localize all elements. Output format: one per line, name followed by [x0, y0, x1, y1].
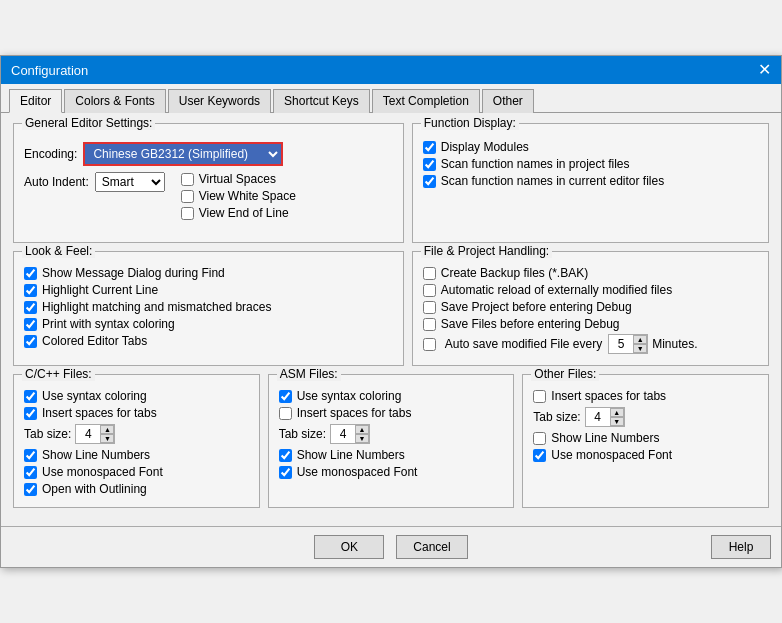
asm-spaces-row: Insert spaces for tabs: [279, 406, 504, 420]
view-white-space-checkbox[interactable]: [181, 190, 194, 203]
help-button[interactable]: Help: [711, 535, 771, 559]
asm-linenums-checkbox[interactable]: [279, 449, 292, 462]
options-checkboxes: Virtual Spaces View White Space View End…: [181, 172, 296, 223]
cpp-monospaced-checkbox[interactable]: [24, 466, 37, 479]
title-bar: Configuration ✕: [1, 56, 781, 84]
display-modules-checkbox[interactable]: [423, 141, 436, 154]
show-message-row: Show Message Dialog during Find: [24, 266, 393, 280]
look-feel-title: Look & Feel:: [22, 244, 95, 258]
ok-button[interactable]: OK: [314, 535, 384, 559]
asm-linenums-label: Show Line Numbers: [297, 448, 405, 462]
cpp-outlining-checkbox[interactable]: [24, 483, 37, 496]
asm-syntax-row: Use syntax coloring: [279, 389, 504, 403]
other-tabsize-input[interactable]: [586, 409, 610, 425]
other-tabsize-row: Tab size: ▲ ▼: [533, 407, 758, 427]
general-editor-section: General Editor Settings: Encoding: Chine…: [13, 123, 404, 243]
indent-checkboxes-row: Auto Indent: Smart None Basic: [24, 172, 393, 223]
cpp-spaces-checkbox[interactable]: [24, 407, 37, 420]
auto-reload-checkbox[interactable]: [423, 284, 436, 297]
bottom-row: C/C++ Files: Use syntax coloring Insert …: [13, 374, 769, 516]
asm-syntax-label: Use syntax coloring: [297, 389, 402, 403]
other-files-section: Other Files: Insert spaces for tabs Tab …: [522, 374, 769, 508]
tab-user-keywords[interactable]: User Keywords: [168, 89, 271, 113]
cpp-tabsize-row: Tab size: ▲ ▼: [24, 424, 249, 444]
other-tabsize-up[interactable]: ▲: [610, 408, 624, 417]
auto-save-down[interactable]: ▼: [633, 344, 647, 353]
cpp-outlining-row: Open with Outlining: [24, 482, 249, 496]
view-white-space-row: View White Space: [181, 189, 296, 203]
other-tabsize-label: Tab size:: [533, 410, 580, 424]
other-spaces-checkbox[interactable]: [533, 390, 546, 403]
function-display-inner: Display Modules Scan function names in p…: [423, 140, 758, 188]
top-row: General Editor Settings: Encoding: Chine…: [13, 123, 769, 251]
indent-left: Auto Indent: Smart None Basic: [24, 172, 165, 223]
file-project-section: File & Project Handling: Create Backup f…: [412, 251, 769, 366]
asm-tabsize-up[interactable]: ▲: [355, 425, 369, 434]
cpp-tabsize-up[interactable]: ▲: [100, 425, 114, 434]
main-content: General Editor Settings: Encoding: Chine…: [1, 113, 781, 526]
cpp-tabsize-spin-buttons: ▲ ▼: [100, 425, 114, 443]
save-files-checkbox[interactable]: [423, 318, 436, 331]
create-backup-checkbox[interactable]: [423, 267, 436, 280]
cpp-linenums-row: Show Line Numbers: [24, 448, 249, 462]
tab-editor[interactable]: Editor: [9, 89, 62, 113]
scan-project-row: Scan function names in project files: [423, 157, 758, 171]
other-tabsize-down[interactable]: ▼: [610, 417, 624, 426]
other-linenums-checkbox[interactable]: [533, 432, 546, 445]
other-monospaced-checkbox[interactable]: [533, 449, 546, 462]
cpp-syntax-label: Use syntax coloring: [42, 389, 147, 403]
scan-current-label: Scan function names in current editor fi…: [441, 174, 664, 188]
colored-tabs-checkbox[interactable]: [24, 335, 37, 348]
display-modules-row: Display Modules: [423, 140, 758, 154]
asm-tabsize-down[interactable]: ▼: [355, 434, 369, 443]
auto-save-up[interactable]: ▲: [633, 335, 647, 344]
cpp-outlining-label: Open with Outlining: [42, 482, 147, 496]
bottom-buttons-bar: OK Cancel Help: [1, 526, 781, 567]
cancel-button[interactable]: Cancel: [396, 535, 467, 559]
asm-spaces-checkbox[interactable]: [279, 407, 292, 420]
virtual-spaces-label: Virtual Spaces: [199, 172, 276, 186]
virtual-spaces-checkbox[interactable]: [181, 173, 194, 186]
tab-shortcut-keys[interactable]: Shortcut Keys: [273, 89, 370, 113]
tab-colors-fonts[interactable]: Colors & Fonts: [64, 89, 165, 113]
highlight-braces-checkbox[interactable]: [24, 301, 37, 314]
other-files-title: Other Files:: [531, 367, 599, 381]
highlight-braces-row: Highlight matching and mismatched braces: [24, 300, 393, 314]
view-eol-checkbox[interactable]: [181, 207, 194, 220]
cpp-tabsize-input[interactable]: [76, 426, 100, 442]
highlight-current-checkbox[interactable]: [24, 284, 37, 297]
asm-tabsize-spin-buttons: ▲ ▼: [355, 425, 369, 443]
configuration-dialog: Configuration ✕ Editor Colors & Fonts Us…: [0, 55, 782, 568]
tab-text-completion[interactable]: Text Completion: [372, 89, 480, 113]
asm-spaces-label: Insert spaces for tabs: [297, 406, 412, 420]
asm-syntax-checkbox[interactable]: [279, 390, 292, 403]
asm-files-section: ASM Files: Use syntax coloring Insert sp…: [268, 374, 515, 508]
encoding-select[interactable]: Chinese GB2312 (Simplified): [83, 142, 283, 166]
cpp-syntax-checkbox[interactable]: [24, 390, 37, 403]
auto-save-suffix: Minutes.: [652, 337, 697, 351]
view-white-space-label: View White Space: [199, 189, 296, 203]
auto-save-checkbox[interactable]: [423, 338, 436, 351]
bottom-center-buttons: OK Cancel: [314, 535, 467, 559]
cpp-files-section: C/C++ Files: Use syntax coloring Insert …: [13, 374, 260, 508]
close-button[interactable]: ✕: [758, 62, 771, 78]
print-syntax-checkbox[interactable]: [24, 318, 37, 331]
cpp-tabsize-down[interactable]: ▼: [100, 434, 114, 443]
scan-current-checkbox[interactable]: [423, 175, 436, 188]
cpp-linenums-checkbox[interactable]: [24, 449, 37, 462]
tab-other[interactable]: Other: [482, 89, 534, 113]
asm-tabsize-input[interactable]: [331, 426, 355, 442]
cpp-files-title: C/C++ Files:: [22, 367, 95, 381]
asm-monospaced-checkbox[interactable]: [279, 466, 292, 479]
scan-project-checkbox[interactable]: [423, 158, 436, 171]
colored-tabs-row: Colored Editor Tabs: [24, 334, 393, 348]
auto-reload-label: Automatic reload of externally modified …: [441, 283, 672, 297]
other-monospaced-label: Use monospaced Font: [551, 448, 672, 462]
auto-save-input[interactable]: [609, 336, 633, 352]
save-project-checkbox[interactable]: [423, 301, 436, 314]
function-display-title: Function Display:: [421, 116, 519, 130]
show-message-checkbox[interactable]: [24, 267, 37, 280]
encoding-row: Encoding: Chinese GB2312 (Simplified): [24, 142, 393, 166]
auto-indent-select[interactable]: Smart None Basic: [95, 172, 165, 192]
encoding-label: Encoding:: [24, 147, 77, 161]
